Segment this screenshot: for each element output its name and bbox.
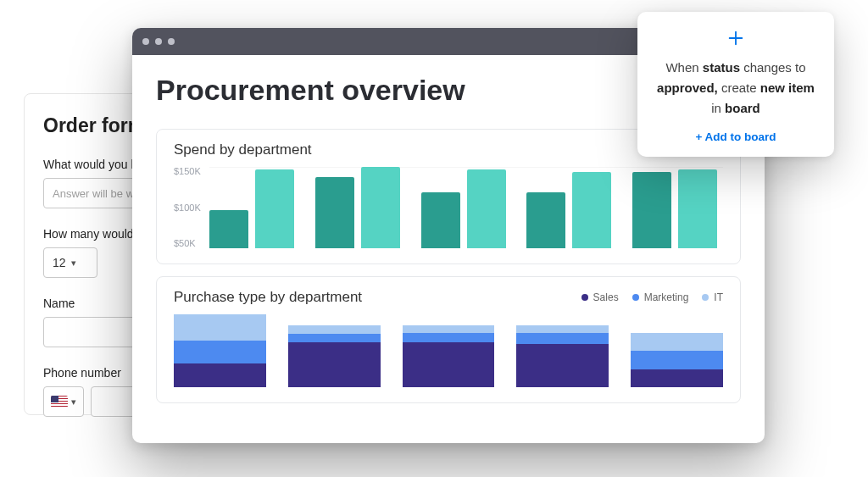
stack-segment-mkt: [288, 334, 381, 342]
stacked-bar: [288, 325, 381, 387]
phone-country-select[interactable]: ▾: [43, 386, 84, 417]
add-to-board-button[interactable]: + Add to board: [653, 130, 819, 143]
stack-segment-sales: [174, 363, 266, 387]
bar-group: [632, 169, 723, 248]
stack-segment-mkt: [516, 333, 609, 344]
chart-bar: [467, 169, 506, 248]
chart-bar: [361, 167, 400, 248]
chevron-down-icon: ▾: [71, 397, 76, 408]
spend-yaxis: $150K $100K $50K: [174, 167, 201, 248]
chart-bar: [255, 169, 294, 248]
stack-segment-sales: [403, 342, 495, 387]
bar-group: [315, 167, 406, 248]
chevron-down-icon: ▾: [71, 258, 76, 269]
stacked-bar: [174, 314, 266, 387]
legend-swatch-icon: [702, 294, 709, 301]
qty-value: 12: [53, 256, 66, 269]
stack-segment-mkt: [174, 341, 266, 364]
chart-bar: [315, 177, 354, 248]
chart-bar: [421, 192, 460, 248]
bar-group: [209, 169, 300, 248]
chart-bar: [526, 192, 565, 248]
stacked-bar: [403, 325, 495, 387]
stacked-bar: [516, 325, 609, 387]
stack-segment-sales: [631, 369, 723, 387]
stack-segment-it: [516, 325, 609, 333]
stack-segment-it: [288, 325, 381, 334]
bar-group: [526, 172, 617, 248]
stack-segment-mkt: [403, 333, 495, 343]
chart-bar: [678, 169, 717, 248]
window-dot-icon: [168, 38, 175, 45]
purchase-legend: Sales Marketing IT: [581, 291, 723, 303]
chart-bar: [632, 172, 671, 248]
legend-swatch-icon: [632, 294, 639, 301]
stacked-bar: [631, 333, 723, 388]
purchase-title: Purchase type by department: [174, 289, 362, 306]
spend-title: Spend by department: [174, 141, 312, 158]
stack-segment-it: [174, 314, 266, 341]
stack-segment-sales: [516, 344, 609, 387]
spend-chart: [209, 167, 723, 248]
stack-segment-mkt: [631, 351, 723, 369]
window-dot-icon: [142, 38, 149, 45]
plus-icon: [653, 29, 819, 47]
window-dot-icon: [155, 38, 162, 45]
legend-swatch-icon: [581, 294, 588, 301]
stack-segment-it: [403, 325, 495, 333]
qty-select[interactable]: 12 ▾: [43, 247, 97, 278]
bar-group: [421, 169, 512, 248]
purchase-card: Purchase type by department Sales Market…: [156, 276, 741, 403]
chart-bar: [209, 210, 248, 248]
stack-segment-it: [631, 333, 723, 352]
chart-bar: [572, 172, 611, 248]
flag-icon: [51, 396, 68, 408]
stack-segment-sales: [288, 342, 381, 387]
purchase-chart: [174, 314, 723, 387]
automation-text: When status changes to approved, create …: [653, 58, 819, 119]
automation-card: When status changes to approved, create …: [637, 12, 834, 157]
